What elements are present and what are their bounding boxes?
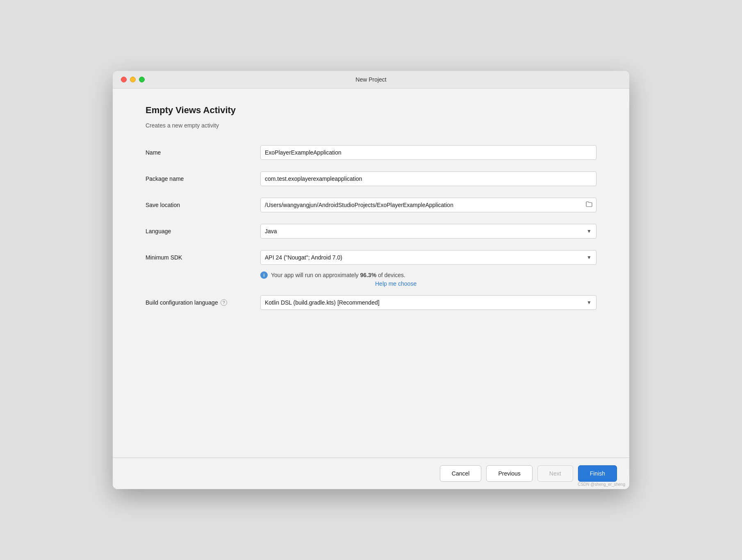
build-config-label: Build configuration language ? [146,299,260,306]
page-title: Empty Views Activity [146,105,596,116]
sdk-info-text: Your app will run on approximately 96.3%… [271,272,405,278]
save-location-row: Save location [146,198,596,212]
sdk-info-suffix: of devices. [376,272,405,278]
cancel-button[interactable]: Cancel [440,465,482,482]
sdk-info-prefix: Your app will run on approximately [271,272,360,278]
next-button[interactable]: Next [537,465,573,482]
page-description: Creates a new empty activity [146,122,596,129]
minimum-sdk-label: Minimum SDK [146,254,260,261]
sdk-percentage: 96.3% [360,272,376,278]
traffic-lights [121,77,145,82]
language-label: Language [146,228,260,234]
watermark: CSDN @sheng_er_sheng [578,482,625,487]
package-name-input[interactable] [260,171,596,186]
name-row: Name [146,145,596,160]
new-project-window: New Project Empty Views Activity Creates… [113,71,629,489]
sdk-info-row: i Your app will run on approximately 96.… [260,271,596,279]
minimum-sdk-select-wrapper: API 24 ("Nougat"; Android 7.0) API 21 ("… [260,250,596,265]
build-config-select[interactable]: Kotlin DSL (build.gradle.kts) [Recommend… [260,295,596,310]
save-location-input[interactable] [260,198,596,212]
name-label: Name [146,149,260,156]
previous-button[interactable]: Previous [486,465,532,482]
save-location-label: Save location [146,202,260,208]
form-content: Empty Views Activity Creates a new empty… [113,89,629,458]
finish-button[interactable]: Finish [578,465,617,482]
language-row: Language Java Kotlin ▼ [146,224,596,239]
package-name-row: Package name [146,171,596,186]
info-icon: i [260,271,268,279]
footer: Cancel Previous Next Finish [113,458,629,489]
save-location-wrapper [260,198,596,212]
build-config-row: Build configuration language ? Kotlin DS… [146,295,596,310]
package-name-label: Package name [146,175,260,182]
build-config-help-icon[interactable]: ? [221,299,227,306]
language-select[interactable]: Java Kotlin [260,224,596,239]
folder-icon[interactable] [586,201,592,209]
build-config-select-wrapper: Kotlin DSL (build.gradle.kts) [Recommend… [260,295,596,310]
title-bar: New Project [113,71,629,89]
sdk-info-section: i Your app will run on approximately 96.… [260,271,596,287]
minimize-button[interactable] [130,77,136,82]
language-select-wrapper: Java Kotlin ▼ [260,224,596,239]
close-button[interactable] [121,77,127,82]
maximize-button[interactable] [139,77,145,82]
minimum-sdk-row: Minimum SDK API 24 ("Nougat"; Android 7.… [146,250,596,265]
minimum-sdk-select[interactable]: API 24 ("Nougat"; Android 7.0) API 21 ("… [260,250,596,265]
name-input[interactable] [260,145,596,160]
help-me-choose-link[interactable]: Help me choose [375,280,596,287]
window-title: New Project [355,76,386,83]
